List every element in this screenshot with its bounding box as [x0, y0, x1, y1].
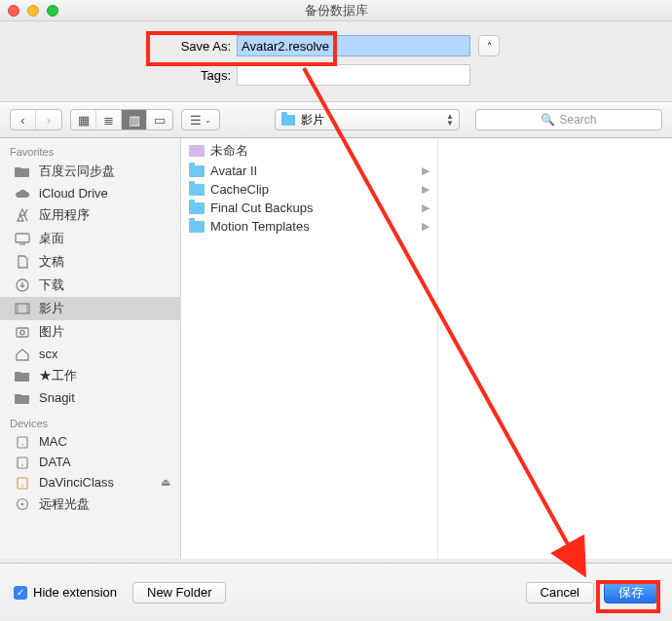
folder-icon [14, 164, 31, 178]
apps-icon [14, 208, 31, 222]
file-name: CacheClip [210, 182, 269, 197]
sidebar-item-scx[interactable]: scx [0, 344, 180, 364]
file-item[interactable]: Final Cut Backups▶ [181, 199, 437, 217]
sidebar-device-远程光盘[interactable]: 远程光盘 [0, 493, 180, 516]
svg-rect-6 [17, 328, 28, 337]
view-coverflow-button[interactable]: ▭ [147, 110, 172, 129]
save-button[interactable]: 保存 [604, 582, 658, 603]
cloud-icon [14, 187, 31, 201]
folder-icon [189, 184, 205, 196]
nav-back-button[interactable]: ‹ [11, 110, 36, 129]
sidebar-item-label: 应用程序 [39, 206, 90, 224]
sidebar-item-label: 影片 [39, 300, 64, 317]
nav-forward-button[interactable]: › [36, 110, 61, 129]
file-column-1: 未命名Avatar II▶CacheClip▶Final Cut Backups… [181, 138, 438, 559]
search-placeholder: Search [559, 113, 596, 127]
save-form: Save As: ˄ Tags: [0, 21, 672, 101]
folder-icon [189, 202, 205, 214]
sidebar-item-★工作[interactable]: ★工作 [0, 364, 180, 387]
sidebar-device-DaVinciClass[interactable]: DaVinciClass⏏ [0, 472, 180, 493]
sidebar-item-桌面[interactable]: 桌面 [0, 227, 180, 250]
cancel-button[interactable]: Cancel [526, 582, 594, 603]
sidebar-item-label: Snagit [39, 390, 75, 405]
file-item[interactable]: 未命名 [181, 140, 437, 162]
sidebar-item-label: 百度云同步盘 [39, 163, 115, 180]
sidebar-item-label: MAC [39, 434, 67, 449]
coverflow-icon: ▭ [154, 113, 166, 128]
file-item[interactable]: CacheClip▶ [181, 180, 437, 199]
tags-input[interactable] [237, 64, 470, 86]
file-column-2 [438, 138, 672, 559]
toolbar: ‹ › ▦ ≣ ▥ ▭ ☰⌄ 影片 ▲▼ 🔍 Search [0, 101, 672, 138]
chevron-down-icon: ⌄ [205, 116, 211, 125]
chevron-right-icon: ▶ [422, 164, 429, 177]
folder-icon [281, 115, 295, 126]
desktop-icon [14, 232, 31, 245]
file-item[interactable]: Motion Templates▶ [181, 217, 437, 236]
sidebar-item-百度云同步盘[interactable]: 百度云同步盘 [0, 160, 180, 183]
sidebar-item-label: ★工作 [39, 367, 77, 384]
eject-icon[interactable]: ⏏ [161, 476, 170, 489]
svg-point-7 [20, 330, 24, 334]
arrange-menu[interactable]: ☰⌄ [181, 109, 220, 130]
file-name: Avatar II [210, 164, 257, 178]
collapse-dialog-button[interactable]: ˄ [478, 35, 500, 56]
svg-point-9 [21, 444, 23, 446]
chevron-right-icon: ▶ [422, 201, 429, 214]
svg-rect-8 [18, 437, 27, 448]
tags-label: Tags: [172, 68, 231, 83]
disk-icon [14, 456, 31, 469]
sidebar-favorites-header: Favorites [0, 142, 180, 160]
sidebar-item-label: 文稿 [39, 253, 64, 271]
folder-icon [14, 391, 31, 405]
updown-icon: ▲▼ [446, 113, 453, 127]
dialog-footer: ✓ Hide extension New Folder Cancel 保存 [0, 563, 672, 621]
view-columns-button[interactable]: ▥ [122, 110, 147, 129]
list-icon: ≣ [103, 113, 114, 128]
chevron-up-icon: ˄ [487, 41, 492, 52]
folder-icon [14, 369, 31, 383]
view-icons-button[interactable]: ▦ [71, 110, 96, 129]
sidebar-item-图片[interactable]: 图片 [0, 320, 180, 344]
remote-disc-icon [14, 497, 31, 511]
window-title: 备份数据库 [0, 2, 672, 19]
new-folder-button[interactable]: New Folder [132, 582, 226, 603]
hide-extension-checkbox[interactable]: ✓ Hide extension [14, 585, 117, 600]
disk-icon [14, 435, 31, 449]
sidebar-item-下载[interactable]: 下载 [0, 274, 180, 297]
file-item[interactable]: Avatar II▶ [181, 162, 437, 180]
saveas-label: Save As: [172, 39, 231, 54]
home-icon [14, 347, 31, 361]
svg-point-11 [21, 464, 23, 466]
sidebar-item-label: 下载 [39, 276, 64, 294]
sidebar-item-iCloud Drive[interactable]: iCloud Drive [0, 183, 180, 203]
grid-icon: ▦ [78, 113, 90, 128]
view-list-button[interactable]: ≣ [96, 110, 122, 129]
svg-rect-12 [18, 478, 27, 489]
sidebar-item-应用程序[interactable]: 应用程序 [0, 203, 180, 227]
path-label: 影片 [301, 112, 324, 128]
saveas-input[interactable] [237, 35, 470, 56]
folder-icon [189, 165, 205, 177]
sidebar-item-文稿[interactable]: 文稿 [0, 250, 180, 274]
search-field[interactable]: 🔍 Search [475, 109, 662, 130]
columns-icon: ▥ [129, 113, 140, 128]
sidebar-device-DATA[interactable]: DATA [0, 452, 180, 472]
sidebar-item-label: DaVinciClass [39, 475, 114, 490]
sidebar-item-label: iCloud Drive [39, 186, 108, 201]
svg-rect-10 [18, 457, 27, 468]
docs-icon [14, 255, 31, 269]
svg-point-15 [21, 503, 23, 505]
sidebar-item-影片[interactable]: 影片 [0, 297, 180, 320]
sidebar-item-label: DATA [39, 455, 71, 469]
movies-icon [14, 302, 31, 315]
search-icon: 🔍 [541, 113, 555, 127]
path-popup[interactable]: 影片 ▲▼ [275, 109, 460, 130]
hide-extension-label: Hide extension [33, 585, 117, 600]
sidebar-devices-header: Devices [0, 414, 180, 431]
sidebar-item-label: 桌面 [39, 230, 64, 247]
svg-rect-0 [16, 234, 29, 242]
sidebar-item-Snagit[interactable]: Snagit [0, 387, 180, 408]
disk-ext-icon [14, 476, 31, 490]
sidebar-device-MAC[interactable]: MAC [0, 431, 180, 452]
